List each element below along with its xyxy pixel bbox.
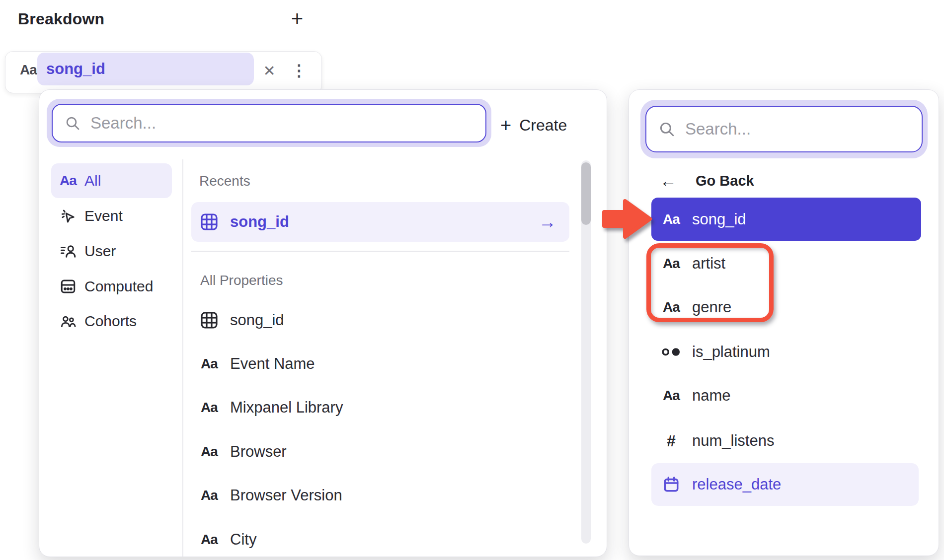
sidebar-item-all[interactable]: Aa All [51,163,172,198]
event-cursor-icon [59,207,78,225]
breakdown-title: Breakdown [18,10,104,28]
text-type-icon: Aa [198,488,220,503]
text-type-icon: Aa [660,211,682,227]
search-field [52,104,486,142]
subprop-artist[interactable]: Aa artist [651,242,921,285]
property-picker-panel: + Create Aa All Event [39,89,607,557]
chip-remove-icon[interactable]: ✕ [260,62,278,79]
subprop-genre[interactable]: Aa genre [651,285,921,329]
subprop-release-date[interactable]: release_date [651,463,919,506]
subprop-name[interactable]: Aa name [651,374,921,418]
sidebar-item-cohorts[interactable]: Cohorts [51,304,172,339]
search-input[interactable] [685,120,922,139]
search-icon [658,121,675,138]
recents-heading: Recents [199,173,250,189]
text-type-icon: Aa [198,532,220,548]
text-type-icon: Aa [59,173,78,189]
back-arrow-icon: ← [660,171,677,191]
section-divider [191,251,569,252]
go-back-button[interactable]: ← Go Back [654,168,863,193]
computed-icon [59,278,78,295]
mixpanel-breakdown-screen: Breakdown + Aa song_id ✕ ⋮ + Create Aa A… [0,0,944,560]
sidebar-item-event[interactable]: Event [51,199,172,233]
search-input[interactable] [90,114,485,133]
user-icon [59,242,78,260]
text-type-icon: Aa [198,444,220,460]
sidebar-item-computed[interactable]: Computed [51,269,172,304]
chip-value: song_id [46,60,105,78]
chip-type-icon: Aa [20,62,37,78]
create-button[interactable]: + Create [500,111,592,140]
subprop-is-platinum[interactable]: is_platinum [651,330,921,374]
scrollbar-thumb[interactable] [581,162,591,225]
sidebar-item-user[interactable]: User [51,234,172,269]
search-icon [65,115,80,131]
property-song-id[interactable]: song_id [191,298,569,342]
text-type-icon: Aa [660,256,682,272]
sidebar-divider [182,159,183,557]
cohorts-icon [59,312,78,330]
number-icon: # [660,432,682,450]
table-grid-icon [198,212,220,232]
property-city[interactable]: Aa City [191,518,569,560]
table-grid-icon [198,310,220,330]
search-field [645,106,923,152]
recent-property-song-id[interactable]: song_id → [191,202,569,242]
scrollbar-track[interactable] [581,160,591,544]
plus-icon: + [500,116,511,135]
add-breakdown-button[interactable]: + [284,6,310,32]
text-type-icon: Aa [660,299,682,315]
property-mixpanel-library[interactable]: Aa Mixpanel Library [191,386,569,429]
all-properties-heading: All Properties [200,273,283,288]
chip-menu-icon[interactable]: ⋮ [291,61,307,80]
subprop-song-id-selected[interactable]: Aa song_id [651,198,921,241]
calendar-icon [660,476,682,493]
text-type-icon: Aa [198,356,220,372]
breakdown-chip[interactable]: song_id [37,53,254,85]
property-value-panel: ← Go Back Aa song_id Aa artist Aa genre … [629,89,939,556]
drill-in-arrow-icon: → [539,211,556,232]
text-type-icon: Aa [198,400,220,416]
property-browser[interactable]: Aa Browser [191,430,569,474]
property-browser-version[interactable]: Aa Browser Version [191,474,569,517]
boolean-icon [660,345,682,359]
property-event-name[interactable]: Aa Event Name [191,342,569,386]
subprop-num-listens[interactable]: # num_listens [651,419,921,463]
text-type-icon: Aa [660,388,682,404]
